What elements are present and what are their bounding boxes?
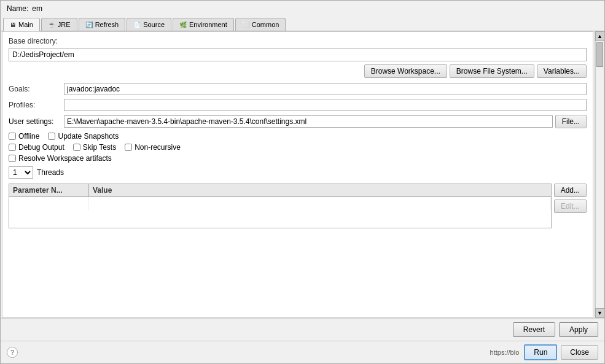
offline-label: Offline	[18, 132, 39, 141]
variables-button[interactable]: Variables...	[537, 64, 587, 78]
scrollbar-thumb[interactable]	[596, 42, 603, 67]
base-directory-value[interactable]: D:/JedisProject/em	[9, 48, 587, 61]
update-snapshots-checkbox-item: Update Snapshots	[48, 132, 119, 141]
file-button[interactable]: File...	[555, 115, 587, 128]
skip-tests-label: Skip Tests	[83, 143, 116, 152]
skip-tests-checkbox[interactable]	[73, 144, 80, 151]
table-buttons: Add... Edit...	[554, 184, 587, 213]
browse-workspace-button[interactable]: Browse Workspace...	[364, 64, 447, 78]
checkbox-row-2: Debug Output Skip Tests Non-recursive	[9, 143, 587, 152]
bottom-right: https://blo Run Close	[490, 344, 598, 360]
source-tab-label: Source	[143, 21, 165, 28]
table-row	[9, 197, 551, 211]
close-button[interactable]: Close	[561, 345, 598, 360]
offline-checkbox-item: Offline	[9, 132, 39, 141]
revert-button[interactable]: Revert	[513, 322, 555, 337]
parameters-table: Parameter N... Value	[9, 184, 552, 228]
content-area: Base directory: D:/JedisProject/em Brows…	[1, 31, 604, 318]
main-tab-icon: 🖥	[10, 21, 16, 28]
goals-input[interactable]	[64, 83, 587, 95]
resolve-workspace-checkbox[interactable]	[9, 155, 16, 162]
help-icon[interactable]: ?	[7, 347, 18, 358]
table-section: Parameter N... Value Add... Edit...	[9, 184, 587, 228]
run-button[interactable]: Run	[524, 344, 557, 360]
refresh-tab-label: Refresh	[95, 21, 119, 28]
offline-checkbox[interactable]	[9, 133, 16, 140]
source-tab-icon: 📄	[133, 21, 141, 28]
tab-refresh[interactable]: 🔄 Refresh	[79, 18, 126, 31]
threads-select[interactable]: 1 2 4	[9, 166, 33, 179]
tab-environment[interactable]: 🌿 Environment	[173, 18, 234, 31]
footer-bar: Revert Apply	[1, 318, 604, 341]
non-recursive-checkbox-item: Non-recursive	[125, 143, 181, 152]
value-col-header: Value	[89, 184, 551, 196]
non-recursive-checkbox[interactable]	[125, 144, 132, 151]
tab-common[interactable]: ⬜ Common	[235, 18, 286, 31]
add-button[interactable]: Add...	[554, 184, 587, 197]
jre-tab-icon: ☕	[48, 21, 55, 28]
checkboxes-area: Offline Update Snapshots Debug Output Sk…	[9, 132, 587, 163]
scroll-up-button[interactable]: ▲	[595, 31, 605, 41]
bottom-bar: ? https://blo Run Close	[1, 341, 604, 363]
threads-row: 1 2 4 Threads	[9, 166, 587, 179]
refresh-tab-icon: 🔄	[85, 21, 93, 28]
tab-bar: 🖥 Main ☕ JRE 🔄 Refresh 📄 Source 🌿 Enviro…	[1, 17, 604, 31]
name-row: Name: em	[1, 1, 604, 17]
environment-tab-label: Environment	[189, 21, 227, 28]
param-value-cell	[89, 197, 551, 211]
environment-tab-icon: 🌿	[179, 21, 187, 28]
resolve-workspace-label: Resolve Workspace artifacts	[18, 154, 112, 163]
checkbox-row-3: Resolve Workspace artifacts	[9, 154, 587, 163]
debug-output-label: Debug Output	[18, 143, 64, 152]
name-value: em	[32, 4, 42, 13]
scrollbar-track[interactable]	[595, 41, 604, 308]
jre-tab-label: JRE	[58, 21, 71, 28]
tab-main[interactable]: 🖥 Main	[3, 18, 40, 31]
threads-label: Threads	[37, 168, 64, 177]
edit-button[interactable]: Edit...	[554, 199, 587, 213]
scroll-down-button[interactable]: ▼	[595, 308, 605, 318]
checkbox-row-1: Offline Update Snapshots	[9, 132, 587, 141]
common-tab-icon: ⬜	[242, 21, 249, 28]
goals-row: Goals:	[9, 83, 587, 95]
update-snapshots-label: Update Snapshots	[58, 132, 119, 141]
profiles-input[interactable]	[64, 99, 587, 111]
base-directory-label: Base directory:	[9, 37, 587, 45]
common-tab-label: Common	[252, 21, 279, 28]
user-settings-label: User settings:	[9, 117, 64, 126]
profiles-row: Profiles:	[9, 99, 587, 111]
main-tab-label: Main	[18, 21, 33, 28]
table-header: Parameter N... Value	[9, 184, 551, 197]
debug-output-checkbox[interactable]	[9, 144, 16, 151]
apply-button[interactable]: Apply	[559, 322, 598, 337]
profiles-label: Profiles:	[9, 101, 64, 109]
name-label: Name:	[7, 4, 28, 13]
base-dir-buttons: Browse Workspace... Browse File System..…	[9, 64, 587, 78]
bottom-buttons: Run Close	[524, 344, 598, 360]
skip-tests-checkbox-item: Skip Tests	[73, 143, 116, 152]
non-recursive-label: Non-recursive	[135, 143, 181, 152]
goals-label: Goals:	[9, 85, 64, 93]
url-text: https://blo	[490, 349, 520, 356]
tab-jre[interactable]: ☕ JRE	[41, 18, 77, 31]
main-dialog: Name: em 🖥 Main ☕ JRE 🔄 Refresh 📄 Source…	[0, 0, 605, 364]
update-snapshots-checkbox[interactable]	[48, 133, 55, 140]
resolve-workspace-checkbox-item: Resolve Workspace artifacts	[9, 154, 112, 163]
browse-file-system-button[interactable]: Browse File System...	[450, 64, 534, 78]
debug-output-checkbox-item: Debug Output	[9, 143, 64, 152]
scrollbar[interactable]: ▲ ▼	[595, 31, 604, 318]
param-name-cell	[9, 197, 89, 211]
table-body	[9, 197, 551, 228]
main-panel: Base directory: D:/JedisProject/em Brows…	[2, 31, 593, 318]
user-settings-input[interactable]	[64, 115, 553, 128]
parameter-name-col-header: Parameter N...	[9, 184, 89, 196]
user-settings-row: User settings: File...	[9, 115, 587, 128]
tab-source[interactable]: 📄 Source	[127, 18, 171, 31]
